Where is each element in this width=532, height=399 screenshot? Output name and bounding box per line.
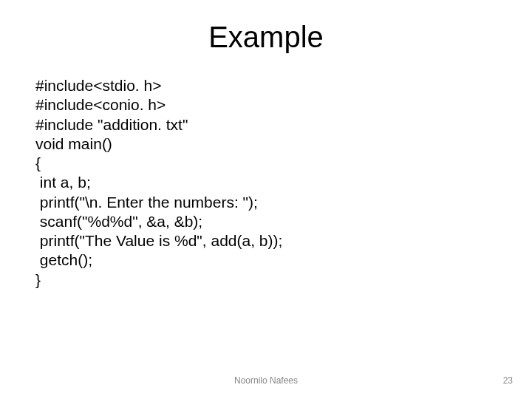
code-line: #include<stdio. h> — [35, 76, 532, 95]
code-line: int a, b; — [35, 173, 532, 192]
code-line: #include "addition. txt" — [35, 115, 532, 134]
footer-author: Noornilo Nafees — [0, 375, 532, 386]
code-line: } — [35, 270, 532, 290]
code-example: #include<stdio. h> #include<conio. h> #i… — [35, 76, 532, 290]
footer-page-number: 23 — [503, 375, 513, 386]
code-line: { — [35, 154, 532, 173]
code-line: scanf("%d%d", &a, &b); — [35, 212, 532, 231]
code-line: printf("\n. Enter the numbers: "); — [35, 193, 532, 212]
code-line: getch(); — [35, 250, 532, 270]
code-line: printf("The Value is %d", add(a, b)); — [35, 231, 532, 250]
code-line: #include<conio. h> — [35, 95, 532, 115]
code-line: void main() — [35, 134, 532, 154]
slide-title: Example — [0, 21, 532, 54]
